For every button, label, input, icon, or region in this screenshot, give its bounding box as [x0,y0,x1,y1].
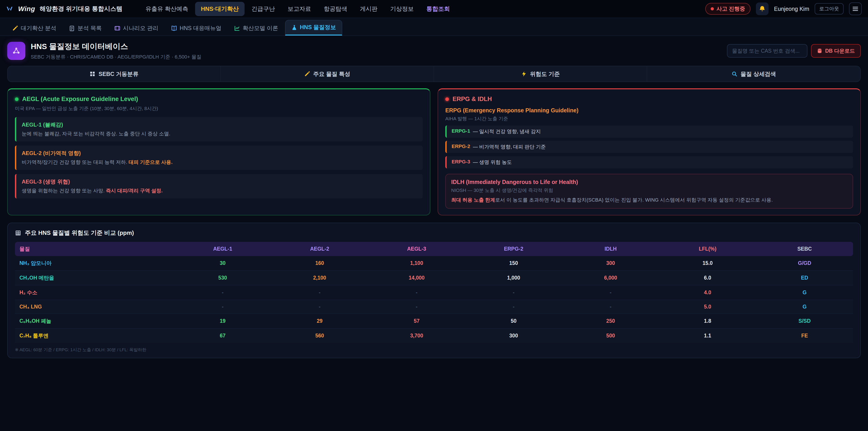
db-download-label: DB 다운로드 [825,48,855,55]
col-sebc: SEBC [756,242,853,256]
erpg-level-name: ERPG-3 [452,159,470,166]
substance-search-input[interactable] [727,44,807,58]
tab-dispersion-analysis[interactable]: 대기확산 분석 [6,21,62,35]
chart-icon [234,25,240,31]
brand-logo[interactable]: Wing 해양환경 위기대응 통합시스템 [6,5,122,13]
table-grid-icon [15,230,21,236]
aegl-level-name: AEGL-1 (불쾌감) [22,121,417,128]
film-icon [114,25,120,31]
idlh-info-box: IDLH (Immediately Dangerous to Life or H… [445,174,853,209]
aegl-level-desc: 눈에 띄는 불쾌감, 자극 또는 비감각적 증상. 노출 중단 시 증상 소멸. [22,130,417,137]
tab-dispersion-model-theory[interactable]: 확산모델 이론 [228,21,284,35]
sebc-cell: G [756,285,853,300]
tab-label: HNS 대응매뉴얼 [180,24,221,32]
nav-item-emergency-rescue[interactable]: 긴급구난 [246,2,281,16]
section-tab-risk-criteria[interactable]: 위험도 기준 [434,66,647,82]
tab-scenario-management[interactable]: 시나리오 관리 [108,21,164,35]
brand-name: Wing [18,5,35,13]
db-download-button[interactable]: DB 다운로드 [811,44,861,58]
bolt-icon [521,71,527,77]
search-icon [732,71,737,77]
lfl-cell: 4.0 [659,285,756,300]
tab-analysis-list[interactable]: 분석 목록 [63,21,107,35]
subnav-tabs: 대기확산 분석 분석 목록 시나리오 관리 HNS 대응매뉴얼 확산모델 이론 … [0,18,868,36]
table-row-ammonia: NH₃ 암모니아 30 160 1,100 150 300 15.0 G/GD [15,256,853,271]
substance-cell: NH₃ 암모니아 [15,256,174,271]
hns-comparison-panel: 주요 HNS 물질별 위험도 기준 비교 (ppm) 물질 AEGL-1 AEG… [7,223,861,358]
tab-label: 분석 목록 [78,24,102,32]
lfl-cell: 15.0 [659,256,756,271]
hns-risk-table: 물질 AEGL-1 AEGL-2 AEGL-3 ERPG-2 IDLH LFL(… [15,242,853,343]
section-tabs-bar: SEBC 거동분류 주요 물질 특성 위험도 기준 물질 상세검색 [7,66,861,82]
tab-hns-response-manual[interactable]: HNS 대응매뉴얼 [165,21,227,35]
alert-dot-icon [711,7,714,10]
nav-item-hns-air-dispersion[interactable]: HNS·대기확산 [195,2,245,16]
erpg-title-text: ERPG & IDLH [453,96,492,102]
logout-button[interactable]: 로그아웃 [815,3,844,14]
page-subtitle: SEBC 거동분류 · CHRIS/CAMEO DB · AEGL/ERPG/I… [31,54,202,60]
aegl2-cell: 160 [271,256,368,271]
section-tab-sebc-classification[interactable]: SEBC 거동분류 [8,66,221,82]
idlh-cell: 300 [562,256,659,271]
nav-item-integrated-search[interactable]: 통합조회 [421,2,456,16]
nav-item-reports[interactable]: 보고자료 [282,2,317,16]
erpg-level-2-row: ERPG-2 — 비가역적 영향, 대피 판단 기준 [445,141,853,153]
idlh-cell: 500 [562,329,659,343]
aegl-level-3-card: AEGL-3 (생명 위협) 생명을 위협하는 건강 영향 또는 사망. 즉시 … [15,174,423,198]
aegl3-cell: - [368,300,465,314]
hamburger-menu-icon[interactable] [849,2,862,15]
section-tab-label: 위험도 기준 [530,70,560,78]
erpg2-cell: - [465,285,562,300]
sebc-cell: G [756,300,853,314]
page-title-block: HNS 물질정보 데이터베이스 SEBC 거동분류 · CHRIS/CAMEO … [31,41,202,60]
nav-item-board[interactable]: 게시판 [354,2,383,16]
erpg-level-name: ERPG-2 [452,144,470,150]
wing-logo-icon [6,6,14,12]
tab-label: HNS 물질정보 [300,24,336,31]
book-icon [171,25,177,31]
erpg2-cell: 300 [465,329,562,343]
aegl3-cell: 14,000 [368,271,465,285]
notification-bell-icon[interactable] [756,2,769,15]
col-substance: 물질 [15,242,174,256]
aegl2-cell: 2,100 [271,271,368,285]
incident-status-badge[interactable]: 사고 진행중 [705,3,751,15]
system-title: 해양환경 위기대응 통합시스템 [39,5,122,13]
pencil-icon [304,71,310,77]
aegl-level-desc: 비가역적/장기간 건강 영향 또는 대피 능력 저하. 대피 기준으로 사용. [22,159,417,166]
aegl2-cell: - [271,300,368,314]
col-aegl1: AEGL-1 [174,242,271,256]
clipboard-icon [69,25,75,31]
aegl2-cell: 560 [271,329,368,343]
erpg2-cell: - [465,300,562,314]
idlh-cell: 6,000 [562,271,659,285]
top-navbar: Wing 해양환경 위기대응 통합시스템 유출유 확산예측 HNS·대기확산 긴… [0,0,868,18]
nav-item-aerial-search[interactable]: 항공탐색 [318,2,353,16]
col-lfl: LFL(%) [659,242,756,256]
aegl-title-text: AEGL (Acute Exposure Guideline Level) [22,96,138,102]
table-header-row: 물질 AEGL-1 AEGL-2 AEGL-3 ERPG-2 IDLH LFL(… [15,242,853,256]
tab-hns-substance-info[interactable]: HNS 물질정보 [285,20,342,35]
sebc-cell: G/GD [756,256,853,271]
erpg-panel-title: ERPG & IDLH [445,96,853,102]
tab-label: 시나리오 관리 [123,24,158,32]
aegl1-cell: 30 [174,256,271,271]
table-row-lng: CH₄ LNG - - - - - 5.0 G [15,300,853,314]
substance-cell: C₆H₅OH 페놀 [15,314,174,329]
col-erpg2: ERPG-2 [465,242,562,256]
aegl2-cell: - [271,285,368,300]
erpg-level-desc: — 비가역적 영향, 대피 판단 기준 [473,144,546,150]
aegl-level-2-card: AEGL-2 (비가역적 영향) 비가역적/장기간 건강 영향 또는 대피 능력… [15,146,423,170]
guideline-panels: AEGL (Acute Exposure Guideline Level) 미국… [7,88,861,215]
section-tab-detail-search[interactable]: 물질 상세검색 [647,66,860,82]
aegl3-cell: 57 [368,314,465,329]
red-dot-icon [445,97,449,101]
sebc-cell: FE [756,329,853,343]
section-tab-substance-properties[interactable]: 주요 물질 특성 [221,66,434,82]
col-aegl2: AEGL-2 [271,242,368,256]
aegl-level-name: AEGL-3 (생명 위협) [22,178,417,185]
nav-item-weather-info[interactable]: 기상정보 [384,2,420,16]
aegl1-cell: - [174,285,271,300]
section-tab-label: 물질 상세검색 [741,70,776,78]
nav-item-oil-spill-prediction[interactable]: 유출유 확산예측 [140,2,194,16]
